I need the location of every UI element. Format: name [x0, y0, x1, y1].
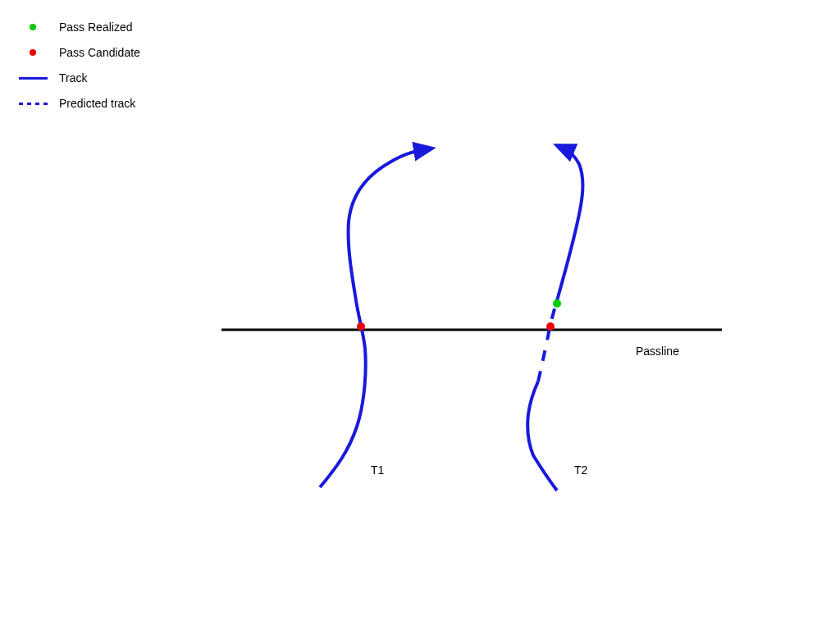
track-t2-lower: [527, 381, 557, 491]
pass-candidate-t2: [546, 322, 555, 331]
track-t2-upper: [556, 148, 582, 304]
diagram-svg: [0, 0, 840, 630]
t1-label: T1: [371, 463, 384, 477]
pass-realized-t2: [553, 299, 561, 308]
track-t2-predicted: [538, 304, 556, 381]
t2-label: T2: [574, 463, 587, 477]
track-t1: [320, 149, 427, 487]
pass-candidate-t1: [357, 322, 365, 331]
passline-label: Passline: [636, 345, 679, 358]
